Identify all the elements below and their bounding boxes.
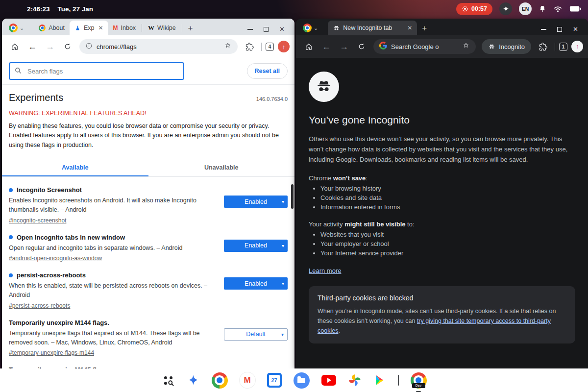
play-store-app-icon[interactable] bbox=[373, 374, 386, 387]
wifi-icon[interactable] bbox=[553, 5, 563, 13]
photos-app-icon[interactable] bbox=[348, 373, 362, 387]
bookmark-star-icon[interactable] bbox=[224, 42, 232, 51]
flag-title: Open Incognito tabs in new window bbox=[17, 234, 125, 241]
forward-button[interactable]: → bbox=[336, 39, 352, 54]
screen-recording-pill[interactable]: 00:57 bbox=[456, 3, 492, 15]
reload-button[interactable] bbox=[354, 39, 369, 54]
assistant-sparkle-button[interactable] bbox=[499, 2, 512, 15]
tab-new-incognito[interactable]: New Incognito tab ✕ bbox=[328, 21, 417, 35]
tab-experiments[interactable]: Exp ✕ bbox=[70, 21, 108, 35]
right-browser-toolbar: ← → Search Google o Incognito 1 ↑ bbox=[296, 35, 588, 58]
tab-close-icon[interactable]: ✕ bbox=[98, 24, 103, 31]
left-tab-strip: ⌄ About Exp ✕ M Inbox W Wikipe + ✕ bbox=[2, 19, 294, 35]
tab-label: About bbox=[49, 24, 65, 31]
incognito-avatar-icon bbox=[309, 72, 339, 102]
flag-state-select[interactable]: Enabled▾ bbox=[224, 240, 288, 252]
tab-close-icon[interactable]: ✕ bbox=[407, 24, 412, 31]
flag-title: persist-across-reboots bbox=[17, 271, 86, 279]
page-info-icon[interactable] bbox=[85, 42, 93, 51]
flag-permalink[interactable]: #android-open-incognito-as-window bbox=[9, 255, 102, 262]
tab-wikipedia[interactable]: W Wikipe bbox=[143, 21, 181, 35]
scrollbar-thumb[interactable] bbox=[291, 184, 294, 209]
flag-state-select[interactable]: Default▾ bbox=[224, 328, 288, 341]
reload-button[interactable] bbox=[60, 39, 75, 54]
new-tab-button[interactable]: + bbox=[183, 24, 198, 33]
shelf: M 27 Dev bbox=[0, 368, 588, 392]
chrome-favicon bbox=[39, 24, 46, 31]
incognito-title: You’ve gone Incognito bbox=[309, 114, 575, 126]
wont-save-list: Your browsing history Cookies and site d… bbox=[309, 185, 575, 211]
flag-description: Temporarily unexpire flags that expired … bbox=[9, 329, 211, 347]
chrome-app-icon[interactable] bbox=[212, 372, 228, 389]
files-app-icon[interactable] bbox=[294, 372, 310, 389]
search-placeholder-text: Search Google o bbox=[391, 43, 458, 50]
address-bar[interactable]: Search Google o bbox=[373, 39, 476, 54]
youtube-app-icon[interactable] bbox=[321, 375, 336, 386]
minimize-button[interactable] bbox=[541, 29, 546, 30]
gmail-icon: M bbox=[113, 24, 118, 31]
minimize-button[interactable] bbox=[247, 29, 253, 30]
browser-profile-chip[interactable]: ⌄ bbox=[6, 21, 27, 35]
record-icon bbox=[462, 5, 468, 12]
back-button[interactable]: ← bbox=[318, 39, 334, 54]
notification-bell-icon[interactable] bbox=[539, 5, 546, 13]
tab-about[interactable]: About bbox=[34, 21, 70, 35]
wikipedia-icon: W bbox=[148, 24, 154, 32]
address-bar[interactable]: chrome://flags bbox=[79, 39, 238, 54]
home-button[interactable] bbox=[7, 39, 23, 54]
incognito-icon bbox=[333, 24, 340, 32]
forward-button[interactable]: → bbox=[42, 39, 58, 54]
tab-counter[interactable]: 4 bbox=[266, 43, 274, 51]
flag-description: When this is enabled, state will be pers… bbox=[9, 281, 211, 300]
extensions-icon[interactable] bbox=[242, 39, 257, 54]
back-button[interactable]: ← bbox=[24, 39, 40, 54]
keyboard-language-button[interactable]: EN bbox=[519, 2, 532, 15]
learn-more-link[interactable]: Learn more bbox=[309, 267, 341, 274]
search-flags-input[interactable] bbox=[9, 62, 184, 80]
flags-page: Reset all Experiments 146.0.7634.0 WARNI… bbox=[2, 58, 294, 368]
chrome-logo-icon bbox=[303, 24, 312, 32]
launcher-button[interactable] bbox=[162, 374, 175, 387]
experimental-warning: WARNING: EXPERIMENTAL FEATURES AHEAD! bbox=[9, 110, 288, 117]
tab-counter[interactable]: 1 bbox=[559, 43, 567, 51]
gemini-app-icon[interactable] bbox=[187, 374, 200, 387]
chevron-down-icon: ▾ bbox=[282, 199, 284, 204]
flag-permalink[interactable]: #incognito-screenshot bbox=[9, 217, 66, 224]
battery-icon[interactable] bbox=[569, 5, 581, 12]
flag-description: Enables Incognito screenshots on Android… bbox=[9, 196, 211, 215]
flag-state-select[interactable]: Enabled▾ bbox=[224, 277, 288, 290]
flag-row: Incognito Screenshot Enables Incognito s… bbox=[9, 186, 288, 224]
flag-state-select[interactable]: Enabled▾ bbox=[224, 196, 288, 208]
third-party-cookies-card: Third-party cookies are blocked When you… bbox=[309, 286, 575, 343]
list-item: Information entered in forms bbox=[320, 203, 575, 211]
tab-unavailable[interactable]: Unavailable bbox=[148, 160, 295, 176]
flag-title: Incognito Screenshot bbox=[17, 186, 82, 194]
new-tab-button[interactable]: + bbox=[417, 24, 432, 33]
clock-time: 2:46:23 bbox=[27, 5, 50, 13]
chrome-logo-icon bbox=[9, 24, 18, 32]
maximize-button[interactable] bbox=[557, 27, 562, 32]
close-window-button[interactable]: ✕ bbox=[573, 26, 578, 32]
browser-update-icon[interactable]: ↑ bbox=[571, 41, 583, 52]
tab-available[interactable]: Available bbox=[2, 160, 148, 176]
extensions-icon[interactable] bbox=[535, 39, 551, 54]
shelf-separator bbox=[398, 375, 399, 386]
flag-row: persist-across-reboots When this is enab… bbox=[9, 271, 288, 310]
browser-update-icon[interactable]: ↑ bbox=[278, 41, 290, 52]
flag-permalink[interactable]: #persist-across-reboots bbox=[9, 302, 70, 309]
gmail-app-icon[interactable]: M bbox=[240, 372, 255, 388]
home-button[interactable] bbox=[301, 39, 317, 54]
tab-label: Inbox bbox=[121, 24, 136, 31]
flag-permalink[interactable]: #temporary-unexpire-flags-m144 bbox=[9, 349, 94, 356]
bookmark-star-icon[interactable] bbox=[462, 42, 470, 51]
system-status-bar: 2:46:23 Tue, 27 Jan 00:57 EN bbox=[0, 0, 588, 18]
flag-title: Temporarily unexpire M144 flags. bbox=[9, 319, 109, 326]
close-window-button[interactable]: ✕ bbox=[279, 26, 285, 32]
maximize-button[interactable] bbox=[264, 27, 269, 32]
browser-profile-chip[interactable]: ⌄ bbox=[300, 21, 321, 35]
incognito-badge[interactable]: Incognito bbox=[482, 39, 531, 54]
tab-inbox[interactable]: M Inbox bbox=[108, 21, 141, 35]
chrome-dev-app-icon[interactable]: Dev bbox=[411, 372, 427, 389]
calendar-app-icon[interactable]: 27 bbox=[267, 373, 282, 388]
reset-all-button[interactable]: Reset all bbox=[247, 63, 288, 79]
